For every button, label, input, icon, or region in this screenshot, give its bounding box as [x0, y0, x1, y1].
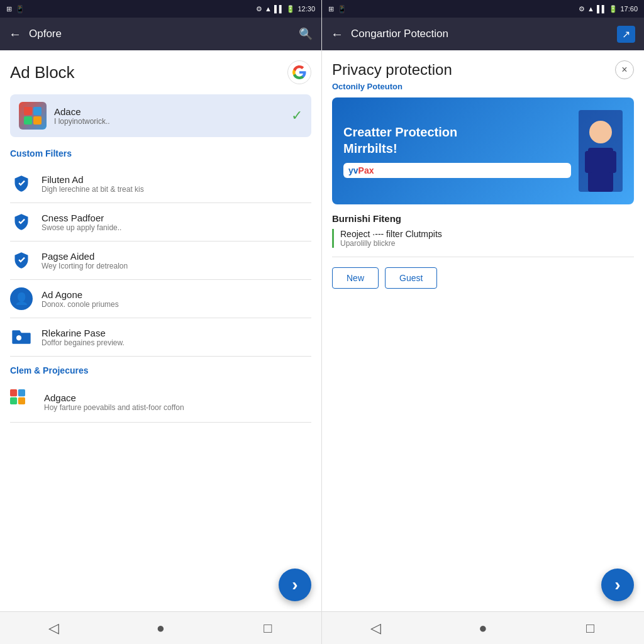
divider	[332, 257, 634, 257]
right-sim-icon: ⊞	[328, 5, 334, 13]
folder-item-subtitle: Doffor begaines preview.	[42, 338, 125, 347]
list-item[interactable]: Adgace Hoy farture poevabils and atist-f…	[10, 382, 311, 423]
svg-rect-0	[24, 107, 32, 115]
filter-item-1-text: Filuten Ad Digh lerechine at bit & treat…	[42, 174, 144, 194]
left-top-bar: ← Opfore 🔍	[0, 18, 321, 50]
right-top-bar: ← Congartior Potection ↗	[322, 18, 644, 50]
filter-item: Reoject ·--- filter Clutmpits Uparolilly…	[332, 229, 634, 248]
shield-icon	[10, 172, 33, 195]
custom-filters-header: Custom Filters	[10, 148, 311, 158]
filter-item-2-text: Cness Padfoer Swose up apply fanide..	[42, 213, 121, 232]
selected-app-info: Adace I lopyinotworick..	[54, 106, 284, 126]
selected-check-icon: ✓	[291, 108, 303, 124]
close-button[interactable]: ×	[615, 60, 634, 79]
bottom-app-desc: Hoy farture poevabils and atist-foor cof…	[44, 403, 184, 412]
svg-rect-6	[18, 389, 25, 396]
left-fab-icon: ›	[292, 575, 297, 595]
left-fab-button[interactable]: ›	[279, 569, 311, 601]
promo-content: Creatter Protection Mirrbilts! yvPax	[343, 124, 571, 178]
person-item-subtitle: Donox. conole priumes	[42, 300, 119, 309]
left-status-right: ⚙ ▲ ▌▌ 🔋 12:30	[256, 5, 315, 13]
filter-item-2-subtitle: Swose up apply fanide..	[42, 223, 121, 232]
svg-rect-8	[18, 397, 25, 404]
right-wifi-icon: ▲	[587, 5, 594, 13]
filter-sub-text: Uparolilly blickre	[340, 239, 634, 248]
filter-item-2-title: Cness Padfoer	[42, 213, 121, 223]
right-status-bar: ⊞ 📱 ⚙ ▲ ▌▌ 🔋 17:60	[322, 0, 644, 18]
person-item-title: Ad Agone	[42, 289, 119, 300]
right-nav-back[interactable]: ◁	[360, 616, 391, 641]
right-nav-home[interactable]: ●	[467, 616, 499, 641]
svg-rect-7	[10, 397, 17, 404]
person-item-text: Ad Agone Donox. conole priumes	[42, 289, 119, 309]
promo-person-figure	[579, 110, 623, 192]
right-panel: ⊞ 📱 ⚙ ▲ ▌▌ 🔋 17:60 ← Congartior Potectio…	[322, 0, 644, 644]
wifi-icon: ▲	[265, 5, 272, 13]
list-item[interactable]: Rlekarine Pase Doffor begaines preview.	[10, 318, 311, 357]
right-status-right: ⚙ ▲ ▌▌ 🔋 17:60	[579, 5, 638, 13]
left-time: 12:30	[297, 5, 315, 13]
left-top-title: Opfore	[29, 28, 291, 40]
battery-icon: 🔋	[286, 5, 295, 13]
svg-rect-2	[24, 116, 32, 125]
svg-rect-1	[33, 107, 42, 115]
action-buttons-row: New Guest	[332, 267, 634, 289]
bottom-app-title: Adgace	[44, 392, 184, 403]
left-back-button[interactable]: ←	[9, 27, 21, 42]
right-panel-content: Privacy protection × Octonily Poteuton C…	[322, 50, 644, 611]
selected-app-item[interactable]: Adace I lopyinotworick.. ✓	[10, 94, 311, 137]
right-battery-icon: 🔋	[609, 5, 618, 13]
sim-icon: ⊞	[6, 5, 12, 13]
right-status-icons: ⊞ 📱	[328, 5, 347, 13]
left-nav-back[interactable]: ◁	[38, 616, 69, 641]
person-icon: 👤	[10, 287, 33, 310]
left-panel: ⊞ 📱 ⚙ ▲ ▌▌ 🔋 12:30 ← Opfore 🔍 Ad Block	[0, 0, 322, 644]
svg-rect-5	[10, 389, 17, 396]
right-signal-icon: ▌▌	[597, 5, 607, 13]
right-action-button[interactable]: ↗	[617, 26, 635, 43]
selected-app-desc: I lopyinotworick..	[54, 117, 284, 126]
new-button[interactable]: New	[332, 267, 379, 289]
filter-item-3-text: Pagse Aided Wey Icorting for detrealon	[42, 251, 128, 270]
list-item[interactable]: Pagse Aided Wey Icorting for detrealon	[10, 242, 311, 280]
left-search-icon[interactable]: 🔍	[299, 27, 313, 41]
left-status-bar: ⊞ 📱 ⚙ ▲ ▌▌ 🔋 12:30	[0, 0, 321, 18]
right-time: 17:60	[620, 5, 638, 13]
promo-banner: Creatter Protection Mirrbilts! yvPax	[332, 97, 634, 204]
google-icon	[287, 60, 311, 84]
right-nav-recents[interactable]: □	[575, 616, 606, 641]
left-page-title: Ad Block	[10, 60, 311, 84]
right-back-button[interactable]: ←	[331, 27, 343, 42]
filter-item-3-title: Pagse Aided	[42, 251, 128, 262]
selected-app-icon	[19, 102, 47, 130]
ad-block-title: Ad Block	[10, 63, 75, 82]
shield-icon	[10, 211, 33, 233]
right-fab-button[interactable]: ›	[601, 569, 634, 601]
left-nav-home[interactable]: ●	[145, 616, 176, 641]
folder-item-title: Rlekarine Pase	[42, 328, 125, 338]
guest-button[interactable]: Guest	[385, 267, 437, 289]
filter-item-1-title: Filuten Ad	[42, 174, 144, 185]
filter-item-1-subtitle: Digh lerechine at bit & treat kis	[42, 185, 144, 194]
promo-card: yvPax	[343, 163, 571, 178]
promo-pax: Pax	[358, 165, 374, 175]
filter-main-text: Reoject ·--- filter Clutmpits	[340, 229, 634, 239]
list-item[interactable]: Cness Padfoer Swose up apply fanide..	[10, 203, 311, 242]
selected-app-name: Adace	[54, 106, 284, 117]
left-nav-recents[interactable]: □	[252, 616, 284, 641]
filter-item-3-subtitle: Wey Icorting for detrealon	[42, 262, 128, 270]
privacy-title: Privacy protection	[332, 61, 452, 79]
octonily-header: Octonily Poteuton	[332, 82, 634, 91]
right-action-icon: ↗	[622, 29, 630, 40]
folder-icon	[10, 326, 33, 348]
svg-rect-12	[609, 151, 616, 173]
privacy-title-row: Privacy protection ×	[332, 60, 634, 79]
svg-point-9	[589, 121, 612, 143]
promo-text: Creatter Protection Mirrbilts!	[343, 124, 571, 157]
shield-icon	[10, 249, 33, 272]
list-item[interactable]: Filuten Ad Digh lerechine at bit & treat…	[10, 165, 311, 203]
list-item[interactable]: 👤 Ad Agone Donox. conole priumes	[10, 280, 311, 318]
filter-section-title: Burnishi Fiteng	[332, 213, 634, 224]
left-status-icons: ⊞ 📱	[6, 5, 25, 13]
left-panel-content: Ad Block Adace I lopyinotworick.. ✓ Cust…	[0, 50, 321, 611]
